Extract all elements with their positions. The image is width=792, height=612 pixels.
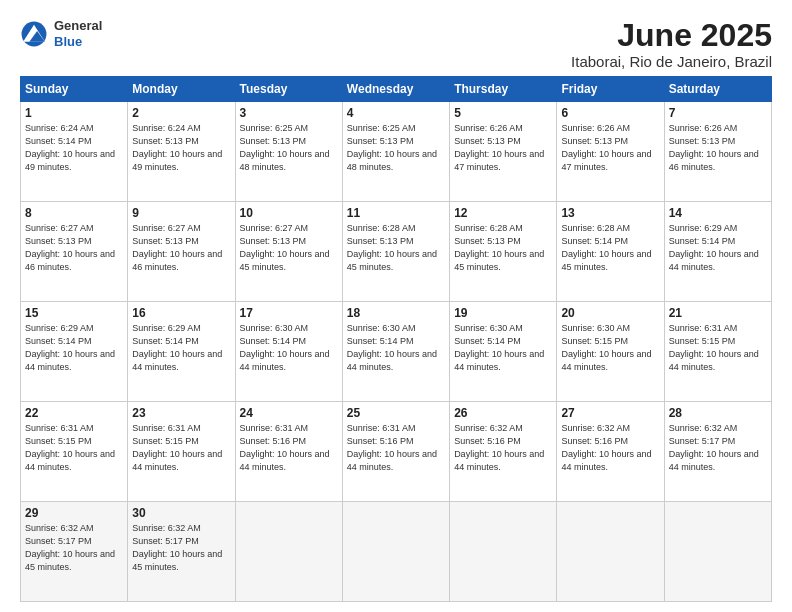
logo: General Blue bbox=[20, 18, 102, 49]
table-row: 16 Sunrise: 6:29 AMSunset: 5:14 PMDaylig… bbox=[128, 302, 235, 402]
empty-cell bbox=[235, 502, 342, 602]
title-block: June 2025 Itaborai, Rio de Janeiro, Braz… bbox=[571, 18, 772, 70]
table-row: 25 Sunrise: 6:31 AMSunset: 5:16 PMDaylig… bbox=[342, 402, 449, 502]
logo-text: General Blue bbox=[54, 18, 102, 49]
calendar-week-row: 22 Sunrise: 6:31 AMSunset: 5:15 PMDaylig… bbox=[21, 402, 772, 502]
table-row: 7 Sunrise: 6:26 AMSunset: 5:13 PMDayligh… bbox=[664, 102, 771, 202]
table-row: 13 Sunrise: 6:28 AMSunset: 5:14 PMDaylig… bbox=[557, 202, 664, 302]
calendar-week-row: 8 Sunrise: 6:27 AMSunset: 5:13 PMDayligh… bbox=[21, 202, 772, 302]
table-row: 2 Sunrise: 6:24 AMSunset: 5:13 PMDayligh… bbox=[128, 102, 235, 202]
calendar-week-row: 1 Sunrise: 6:24 AMSunset: 5:14 PMDayligh… bbox=[21, 102, 772, 202]
table-row: 11 Sunrise: 6:28 AMSunset: 5:13 PMDaylig… bbox=[342, 202, 449, 302]
calendar-table: Sunday Monday Tuesday Wednesday Thursday… bbox=[20, 76, 772, 602]
table-row: 20 Sunrise: 6:30 AMSunset: 5:15 PMDaylig… bbox=[557, 302, 664, 402]
col-saturday: Saturday bbox=[664, 77, 771, 102]
table-row: 15 Sunrise: 6:29 AMSunset: 5:14 PMDaylig… bbox=[21, 302, 128, 402]
table-row: 29 Sunrise: 6:32 AMSunset: 5:17 PMDaylig… bbox=[21, 502, 128, 602]
table-row: 30 Sunrise: 6:32 AMSunset: 5:17 PMDaylig… bbox=[128, 502, 235, 602]
logo-icon bbox=[20, 20, 48, 48]
col-friday: Friday bbox=[557, 77, 664, 102]
table-row: 4 Sunrise: 6:25 AMSunset: 5:13 PMDayligh… bbox=[342, 102, 449, 202]
month-title: June 2025 bbox=[571, 18, 772, 53]
col-monday: Monday bbox=[128, 77, 235, 102]
table-row: 10 Sunrise: 6:27 AMSunset: 5:13 PMDaylig… bbox=[235, 202, 342, 302]
table-row: 23 Sunrise: 6:31 AMSunset: 5:15 PMDaylig… bbox=[128, 402, 235, 502]
calendar-page: General Blue June 2025 Itaborai, Rio de … bbox=[0, 0, 792, 612]
col-sunday: Sunday bbox=[21, 77, 128, 102]
table-row: 27 Sunrise: 6:32 AMSunset: 5:16 PMDaylig… bbox=[557, 402, 664, 502]
col-tuesday: Tuesday bbox=[235, 77, 342, 102]
table-row: 9 Sunrise: 6:27 AMSunset: 5:13 PMDayligh… bbox=[128, 202, 235, 302]
col-thursday: Thursday bbox=[450, 77, 557, 102]
table-row: 18 Sunrise: 6:30 AMSunset: 5:14 PMDaylig… bbox=[342, 302, 449, 402]
location-title: Itaborai, Rio de Janeiro, Brazil bbox=[571, 53, 772, 70]
table-row: 12 Sunrise: 6:28 AMSunset: 5:13 PMDaylig… bbox=[450, 202, 557, 302]
empty-cell bbox=[342, 502, 449, 602]
empty-cell bbox=[557, 502, 664, 602]
empty-cell bbox=[664, 502, 771, 602]
table-row: 6 Sunrise: 6:26 AMSunset: 5:13 PMDayligh… bbox=[557, 102, 664, 202]
table-row: 24 Sunrise: 6:31 AMSunset: 5:16 PMDaylig… bbox=[235, 402, 342, 502]
table-row: 14 Sunrise: 6:29 AMSunset: 5:14 PMDaylig… bbox=[664, 202, 771, 302]
logo-general: General bbox=[54, 18, 102, 34]
calendar-week-row: 29 Sunrise: 6:32 AMSunset: 5:17 PMDaylig… bbox=[21, 502, 772, 602]
table-row: 26 Sunrise: 6:32 AMSunset: 5:16 PMDaylig… bbox=[450, 402, 557, 502]
table-row: 19 Sunrise: 6:30 AMSunset: 5:14 PMDaylig… bbox=[450, 302, 557, 402]
table-row: 28 Sunrise: 6:32 AMSunset: 5:17 PMDaylig… bbox=[664, 402, 771, 502]
logo-blue: Blue bbox=[54, 34, 102, 50]
table-row: 22 Sunrise: 6:31 AMSunset: 5:15 PMDaylig… bbox=[21, 402, 128, 502]
table-row: 8 Sunrise: 6:27 AMSunset: 5:13 PMDayligh… bbox=[21, 202, 128, 302]
table-row: 5 Sunrise: 6:26 AMSunset: 5:13 PMDayligh… bbox=[450, 102, 557, 202]
calendar-header-row: Sunday Monday Tuesday Wednesday Thursday… bbox=[21, 77, 772, 102]
header: General Blue June 2025 Itaborai, Rio de … bbox=[20, 18, 772, 70]
table-row: 3 Sunrise: 6:25 AMSunset: 5:13 PMDayligh… bbox=[235, 102, 342, 202]
col-wednesday: Wednesday bbox=[342, 77, 449, 102]
table-row: 17 Sunrise: 6:30 AMSunset: 5:14 PMDaylig… bbox=[235, 302, 342, 402]
table-row: 1 Sunrise: 6:24 AMSunset: 5:14 PMDayligh… bbox=[21, 102, 128, 202]
calendar-week-row: 15 Sunrise: 6:29 AMSunset: 5:14 PMDaylig… bbox=[21, 302, 772, 402]
empty-cell bbox=[450, 502, 557, 602]
table-row: 21 Sunrise: 6:31 AMSunset: 5:15 PMDaylig… bbox=[664, 302, 771, 402]
